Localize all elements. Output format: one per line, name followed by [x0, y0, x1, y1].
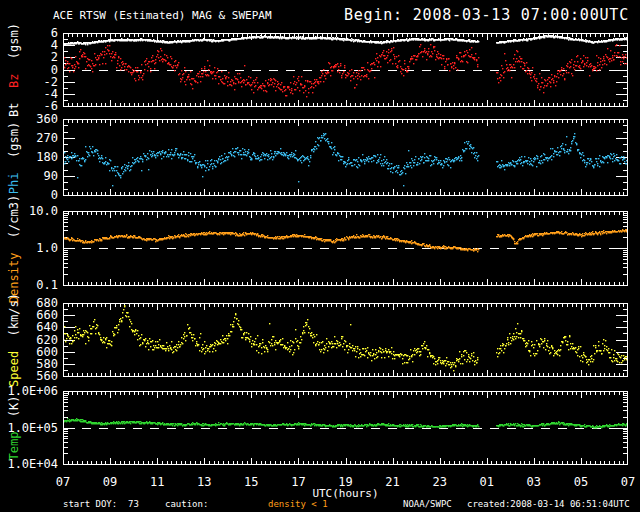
y-axis-label-part: Phi — [7, 172, 21, 194]
panel-bt-bz-canvas — [63, 33, 628, 107]
footer-caution-label: caution: — [165, 499, 208, 509]
y-axis-label-part: Bz — [7, 74, 21, 103]
panel-phi-canvas — [63, 119, 628, 196]
x-tick-label: 07 — [46, 475, 80, 489]
plot-title: ACE RTSW (Estimated) MAG & SWEPAM — [53, 9, 272, 22]
x-tick-label: 13 — [187, 475, 221, 489]
begin-label: Begin: 2008-03-13 07:00:00UTC — [344, 6, 629, 24]
y-axis-label-part: (K) — [7, 395, 21, 431]
y-axis-label-phi: Phi (gsm) — [7, 121, 21, 193]
y-axis-label-density: Density (/cm3) — [7, 194, 21, 302]
y-axis-label-part: Speed — [7, 351, 21, 387]
y-axis-label-part: (km/s) — [7, 293, 21, 351]
y-axis-label-part: Temp — [7, 432, 21, 461]
footer-start-doy: start DOY: 73 — [63, 499, 139, 509]
y-axis-label-part: (/cm3) — [7, 194, 21, 252]
panel-speed-canvas — [63, 303, 628, 377]
y-axis-label-part: (gsm) — [7, 23, 21, 74]
x-tick-label: 09 — [93, 475, 127, 489]
ace-rtsw-plot: ACE RTSW (Estimated) MAG & SWEPAM Begin:… — [0, 0, 640, 512]
x-tick-label: 15 — [234, 475, 268, 489]
x-tick-label: 05 — [564, 475, 598, 489]
y-axis-label-bt-bz: Bt Bz (gsm) — [7, 23, 21, 117]
x-tick-label: 07 — [611, 475, 640, 489]
y-axis-label-speed: Speed (km/s) — [7, 293, 21, 387]
x-tick-label: 23 — [423, 475, 457, 489]
y-axis-label-part: (gsm) — [7, 121, 21, 172]
y-axis-label-temp: Temp (K) — [7, 395, 21, 460]
x-tick-label: 11 — [140, 475, 174, 489]
x-tick-label: 01 — [470, 475, 504, 489]
panel-temp-canvas — [63, 391, 628, 465]
footer-agency: NOAA/SWPC — [403, 499, 452, 509]
footer-caution-value: density < 1 — [268, 499, 328, 509]
x-tick-label: 03 — [517, 475, 551, 489]
panel-density-canvas — [63, 211, 628, 286]
footer-created: created:2008-03-14 06:51:04UTC — [467, 499, 630, 509]
